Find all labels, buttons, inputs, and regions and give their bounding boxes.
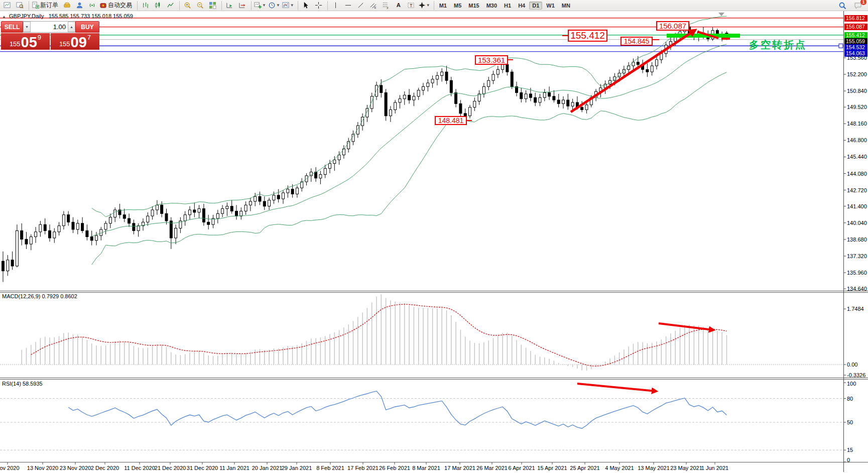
- timeframe-m30-button[interactable]: M30: [483, 2, 500, 10]
- macd-axis-label[interactable]: 1.7484: [847, 306, 864, 312]
- date-axis-label[interactable]: 15 Apr 2021: [537, 465, 567, 471]
- price-axis-label[interactable]: 149.520: [847, 104, 867, 110]
- autotrade-button[interactable]: 自动交易: [98, 1, 135, 11]
- date-axis-label[interactable]: 25 Apr 2021: [570, 465, 599, 471]
- period-clock-button[interactable]: ▼: [267, 1, 281, 11]
- fibonacci-tool-icon[interactable]: F: [380, 1, 392, 11]
- rsi-axis-label[interactable]: 0: [847, 457, 850, 463]
- chart-window[interactable]: ▲ GBPJPY,Daily 155.585 155.733 155.018 1…: [0, 0, 868, 473]
- price-annotation-box[interactable]: 156.087: [656, 21, 689, 31]
- timeframe-m5-button[interactable]: M5: [451, 2, 464, 10]
- date-axis-label[interactable]: 23 May 2021: [670, 465, 702, 471]
- price-axis-label[interactable]: 145.440: [847, 154, 867, 160]
- timeframe-m1-button[interactable]: M1: [436, 2, 450, 10]
- macd-axis-label[interactable]: -0.3326: [847, 372, 865, 378]
- zoom-in-icon[interactable]: [181, 1, 194, 11]
- signal-icon[interactable]: [86, 1, 98, 11]
- horizontal-line-tool-icon[interactable]: [342, 1, 354, 11]
- rsi-axis-label[interactable]: 50: [847, 419, 853, 425]
- timeframe-d1-button[interactable]: D1: [529, 2, 542, 10]
- channel-tool-icon[interactable]: E: [367, 1, 380, 11]
- date-axis-label[interactable]: 8 Feb 2021: [316, 465, 344, 471]
- bar-chart-icon[interactable]: [139, 1, 152, 11]
- date-axis-label[interactable]: 4 May 2021: [605, 465, 634, 471]
- date-axis-label[interactable]: 26 Feb 2021: [379, 465, 410, 471]
- price-axis-label[interactable]: 144.080: [847, 171, 867, 177]
- market-icon[interactable]: [61, 1, 73, 11]
- date-axis-label[interactable]: 11 Jan 2021: [219, 465, 250, 471]
- community-icon[interactable]: [73, 1, 86, 11]
- date-axis-label[interactable]: 31 Dec 2020: [187, 465, 218, 471]
- text-label-tool-icon[interactable]: T: [405, 1, 417, 11]
- crosshair-icon[interactable]: [312, 1, 325, 11]
- timeframe-mn-button[interactable]: MN: [559, 2, 573, 10]
- price-axis-label[interactable]: 140.040: [847, 220, 867, 226]
- price-annotation-box[interactable]: 154.845: [621, 37, 653, 46]
- date-axis-label[interactable]: 13 Nov 2020: [27, 465, 58, 471]
- rsi-axis-label[interactable]: 80: [847, 396, 853, 402]
- tile-windows-icon[interactable]: [206, 1, 219, 11]
- notifications-button[interactable]: 1: [851, 1, 864, 11]
- rsi-axis-label[interactable]: 15: [847, 447, 853, 453]
- date-axis-label[interactable]: 6 Apr 2021: [508, 465, 535, 471]
- sell-price-display[interactable]: 155 05 9: [1, 33, 50, 50]
- date-axis-label[interactable]: 21 Dec 2020: [155, 465, 186, 471]
- date-axis-label[interactable]: 8 Mar 2021: [412, 465, 440, 471]
- timeframe-m15-button[interactable]: M15: [465, 2, 482, 10]
- trendline-tool-icon[interactable]: [354, 1, 367, 11]
- timeframe-h4-button[interactable]: H4: [515, 2, 528, 10]
- add-indicator-button[interactable]: ▼: [253, 1, 267, 11]
- price-axis-label[interactable]: 137.320: [847, 253, 867, 259]
- price-axis-label[interactable]: 135.960: [847, 270, 867, 276]
- date-axis-label[interactable]: 2 Dec 2020: [91, 465, 119, 471]
- price-axis-label[interactable]: 146.800: [847, 137, 867, 143]
- rsi-axis-label[interactable]: 100: [847, 381, 856, 387]
- volume-down-button[interactable]: ▼: [23, 22, 31, 32]
- volume-up-button[interactable]: ▲: [68, 22, 75, 32]
- date-axis-label[interactable]: 23 Nov 2020: [60, 465, 91, 471]
- volume-input[interactable]: 1.00: [31, 22, 68, 32]
- date-axis-label[interactable]: 17 Feb 2021: [347, 465, 379, 471]
- chart-profile-icon[interactable]: [14, 1, 26, 11]
- text-tool-icon[interactable]: A: [392, 1, 405, 11]
- date-axis-label[interactable]: 20 Jan 2021: [252, 465, 283, 471]
- price-annotation-box[interactable]: 155.412: [568, 30, 607, 42]
- one-click-trading-panel[interactable]: SELL ▼ 1.00 ▲ BUY 155 05 9 155 09 7: [1, 21, 99, 50]
- shapes-tool-icon[interactable]: ▼: [417, 1, 431, 11]
- price-axis-label[interactable]: 141.400: [847, 203, 867, 209]
- timeframe-h1-button[interactable]: H1: [501, 2, 514, 10]
- date-axis-label[interactable]: 13 May 2021: [638, 465, 670, 471]
- price-axis-label[interactable]: 148.160: [847, 121, 867, 127]
- chart-window-icon[interactable]: [1, 1, 14, 11]
- date-axis-label[interactable]: 11 Dec 2020: [124, 465, 155, 471]
- collapse-arrow-icon[interactable]: ▲: [2, 15, 6, 19]
- timeframe-w1-button[interactable]: W1: [543, 2, 558, 10]
- line-chart-icon[interactable]: [164, 1, 177, 11]
- chart-shift-icon[interactable]: [236, 1, 249, 11]
- sell-button[interactable]: SELL: [1, 21, 23, 33]
- cursor-icon[interactable]: [300, 1, 312, 11]
- price-axis-label[interactable]: 138.680: [847, 236, 867, 243]
- date-axis-label[interactable]: 26 Mar 2021: [476, 465, 508, 471]
- date-axis-label[interactable]: 17 Mar 2021: [444, 465, 475, 471]
- date-axis-label[interactable]: Nov 2020: [0, 465, 20, 471]
- template-button[interactable]: ▼: [281, 1, 295, 11]
- vertical-line-tool-icon[interactable]: [329, 1, 342, 11]
- macd-axis-label[interactable]: 0.00: [847, 362, 857, 368]
- search-icon[interactable]: [836, 1, 848, 11]
- chart-canvas[interactable]: [0, 0, 868, 473]
- price-axis-label[interactable]: 153.560: [847, 55, 867, 61]
- buy-button[interactable]: BUY: [75, 21, 99, 33]
- new-order-button[interactable]: 新订单: [31, 1, 61, 11]
- buy-price-display[interactable]: 155 09 7: [51, 33, 99, 50]
- zoom-out-icon[interactable]: [194, 1, 206, 11]
- price-axis-label[interactable]: 152.200: [847, 71, 867, 77]
- date-axis-label[interactable]: 29 Jan 2021: [282, 465, 312, 471]
- candlestick-chart-icon[interactable]: [152, 1, 164, 11]
- price-axis-label[interactable]: 134.640: [847, 286, 867, 292]
- trend-annotation-text[interactable]: 多空转折点: [749, 38, 807, 52]
- price-annotation-box[interactable]: 148.481: [435, 116, 467, 125]
- price-axis-label[interactable]: 150.840: [847, 88, 867, 94]
- auto-arrange-icon[interactable]: [223, 1, 236, 11]
- price-annotation-box[interactable]: 153.361: [475, 55, 508, 65]
